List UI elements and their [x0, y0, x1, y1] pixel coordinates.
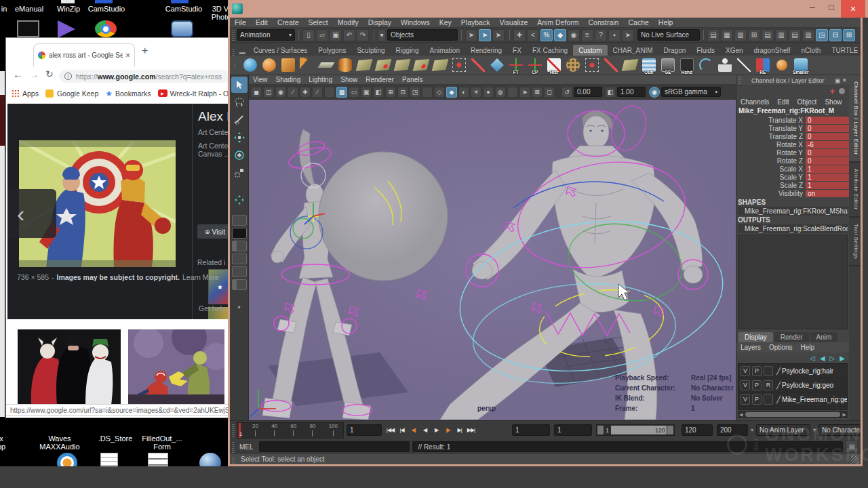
panel-icon[interactable]: ∕ — [312, 87, 323, 98]
sidebar-vertical-tab[interactable]: Attribute Editor — [849, 163, 861, 218]
channel-value[interactable]: -6 — [806, 141, 849, 148]
select-mode-icon[interactable]: ➤ — [479, 29, 491, 41]
panel-menu-item[interactable]: View — [249, 76, 272, 83]
channel-value[interactable]: 1 — [806, 165, 849, 173]
menu-item[interactable]: Create — [273, 18, 304, 26]
maximize-button[interactable]: □ — [822, 2, 841, 17]
sidebar-vertical-tab[interactable]: Channel Box / Layer Editor — [849, 75, 861, 163]
shelf-tab[interactable]: FX — [507, 45, 527, 56]
select-tool[interactable] — [231, 77, 248, 93]
panel-menu-item[interactable]: Lighting — [304, 76, 336, 83]
shelf-icon[interactable] — [773, 56, 791, 74]
shelf-tab[interactable]: Dragon — [658, 45, 692, 56]
panel-menu-item[interactable]: Renderer — [361, 76, 398, 83]
menu-item[interactable]: Anim Deform — [532, 18, 583, 26]
sidebar-toggle-icon[interactable]: ▥ — [802, 29, 814, 41]
desktop-icon-label[interactable]: xpp — [0, 434, 8, 451]
layer-menu-item[interactable]: Options — [765, 344, 796, 351]
address-bar[interactable]: i https://www.google.com/search?q=alex+r… — [59, 70, 230, 83]
range-handle-left[interactable] — [597, 426, 604, 434]
shelf-tab[interactable]: FX Caching — [527, 45, 573, 56]
panel-icon[interactable]: ✚ — [300, 87, 311, 98]
panel-icon[interactable]: ▭ — [349, 87, 359, 98]
panel-icon[interactable]: ● — [483, 87, 494, 98]
shelf-menu-icon[interactable] — [232, 47, 235, 56]
panel-icon[interactable]: ◆ — [446, 87, 457, 98]
menu-set-dropdown[interactable]: Animation▾ — [237, 29, 295, 41]
layer-row[interactable]: V P ╱ Psylocke_rig:hair — [738, 364, 847, 378]
bookmark-bookmarks[interactable]: Bookmarks — [115, 89, 151, 98]
layer-color-icon[interactable]: ╱ — [776, 367, 781, 375]
drag-grip[interactable] — [232, 29, 235, 41]
shelf-icon[interactable] — [412, 56, 430, 74]
menu-item[interactable]: Playback — [456, 18, 495, 26]
layer-tool-icon[interactable]: ◀ — [820, 354, 825, 362]
shelf-tab[interactable]: CHAR_ANIM — [608, 45, 658, 56]
render-icon[interactable]: ▥ — [734, 29, 747, 41]
desktop-app-icon-player[interactable] — [58, 20, 75, 38]
playback-button[interactable]: |▶ — [442, 424, 454, 436]
selection-mask-field[interactable]: Objects — [387, 29, 458, 41]
shelf-icon[interactable]: RE — [754, 56, 772, 74]
shelf-tab[interactable]: XGen — [720, 45, 749, 56]
layer-visibility-toggle[interactable]: V — [741, 380, 750, 390]
panel-icon[interactable]: ➤ — [519, 87, 530, 98]
select-mode-icon[interactable]: ➤ — [492, 29, 505, 41]
image-result-batman[interactable] — [18, 329, 121, 405]
rotate-tool[interactable] — [231, 147, 248, 163]
animation-end-field[interactable]: 200 — [717, 424, 748, 436]
desktop-app-icon-blue[interactable] — [171, 20, 193, 37]
playback-button[interactable]: ▶| — [454, 424, 465, 436]
playback-button[interactable]: ▶ — [431, 424, 442, 436]
layer-display-type-toggle[interactable]: R — [764, 380, 773, 390]
shelf-tab[interactable]: Animation — [424, 45, 465, 56]
panel-menu-item[interactable]: Show — [336, 76, 361, 83]
forward-button[interactable]: → — [29, 68, 39, 80]
manipulator-icon[interactable]: ✚ — [829, 88, 835, 95]
selection-mask-arrow[interactable]: ▾ — [378, 29, 386, 41]
desktop-icon-label[interactable]: CamStudio — [163, 5, 205, 13]
new-tab-button[interactable]: + — [142, 45, 148, 57]
shelf-icon[interactable] — [241, 56, 259, 74]
chevron-down-icon[interactable]: ▾ — [751, 427, 753, 433]
script-editor-icon[interactable]: ⊞ — [846, 441, 858, 453]
layout-side-by-side-button[interactable] — [232, 266, 247, 277]
scale-tool[interactable] — [231, 165, 248, 181]
snap-icon[interactable]: % — [540, 29, 553, 41]
layout-single-pane-button[interactable] — [232, 215, 247, 226]
render-icon[interactable]: ▤ — [707, 29, 719, 41]
menu-item[interactable]: Modify — [333, 18, 363, 26]
panel-icon[interactable]: ∕ — [288, 87, 298, 98]
shelf-tab[interactable]: Polygons — [313, 45, 351, 56]
panel-icon[interactable]: ◍ — [495, 87, 506, 98]
drag-grip[interactable] — [232, 455, 235, 464]
viewport-canvas[interactable]: Playback Speed:Real [24 fps]Current Char… — [249, 100, 736, 420]
color-management-icon[interactable]: ◉ — [649, 87, 660, 98]
toolbar-icon[interactable]: ↶ — [343, 29, 355, 41]
channel-value[interactable]: 0 — [806, 117, 849, 124]
shelf-icon[interactable] — [716, 56, 734, 74]
layer-name[interactable]: Psylocke_rig:hair — [782, 367, 833, 375]
shelf-icon[interactable] — [279, 56, 297, 74]
scroll-left-arrow[interactable]: ◀ — [738, 412, 744, 418]
shelf-icon[interactable] — [317, 56, 335, 74]
layer-list-scrollbar[interactable]: ◀ ▶ — [738, 411, 848, 418]
panel-icon[interactable] — [324, 87, 335, 98]
layer-display-type-toggle[interactable] — [764, 366, 773, 376]
time-slider[interactable]: 1 20406080100 — [237, 422, 344, 439]
panel-icon[interactable]: ⊞ — [385, 87, 396, 98]
last-tool-used[interactable] — [231, 192, 248, 208]
lasso-select-tool[interactable] — [231, 94, 248, 110]
command-result[interactable]: // Result: 1 — [412, 441, 843, 452]
channel-name[interactable]: Rotate Z — [736, 157, 806, 165]
toolbar-icon[interactable]: ↷ — [357, 29, 369, 41]
shelf-icon[interactable]: FT — [507, 56, 525, 74]
layer-color-icon[interactable]: ╱ — [776, 382, 781, 389]
scroll-right-arrow[interactable]: ▶ — [842, 412, 848, 418]
panel-icon[interactable]: ◇ — [434, 87, 445, 98]
layout-four-pane-button[interactable] — [232, 228, 247, 239]
youtube-icon[interactable]: ▶ — [158, 89, 167, 97]
snap-icon[interactable]: ≡ — [581, 29, 593, 41]
camstudio-icon[interactable] — [171, 0, 189, 3]
desktop-app-icon-film[interactable] — [17, 20, 39, 37]
